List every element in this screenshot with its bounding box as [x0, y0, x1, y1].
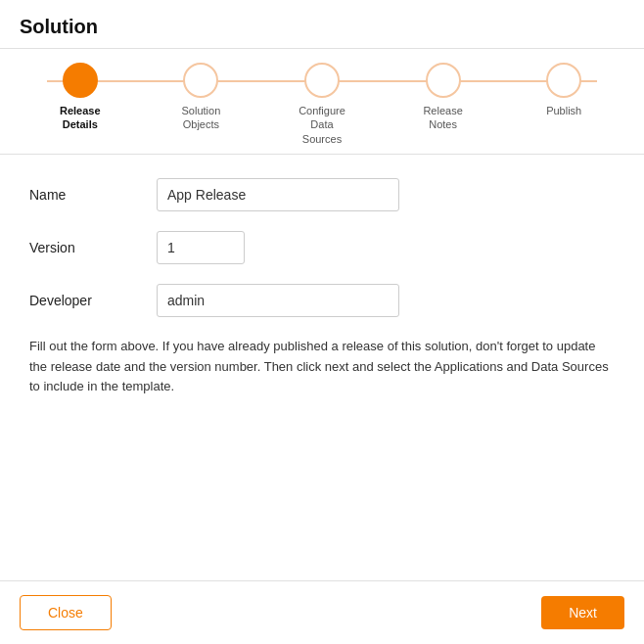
step-circle-release-details: [63, 63, 98, 98]
version-input[interactable]: [157, 231, 245, 264]
name-label: Name: [29, 187, 157, 203]
developer-input[interactable]: [157, 284, 399, 317]
step-release-notes[interactable]: ReleaseNotes: [383, 63, 504, 132]
step-solution-objects[interactable]: SolutionObjects: [141, 63, 262, 132]
step-circle-release-notes: [426, 63, 461, 98]
step-configure-data-sources[interactable]: ConfigureDataSources: [261, 63, 383, 146]
step-label-solution-objects: SolutionObjects: [182, 104, 221, 132]
version-label: Version: [29, 240, 157, 255]
step-label-publish: Publish: [546, 104, 581, 117]
step-circle-solution-objects: [183, 63, 218, 98]
step-release-details[interactable]: ReleaseDetails: [20, 63, 141, 132]
step-label-release-details: ReleaseDetails: [60, 104, 101, 132]
info-text: Fill out the form above. If you have alr…: [29, 337, 615, 397]
developer-row: Developer: [29, 284, 615, 317]
name-input[interactable]: [157, 178, 399, 211]
footer: Close Next: [0, 580, 644, 644]
version-row: Version: [29, 231, 615, 264]
next-button[interactable]: Next: [541, 596, 624, 629]
step-circle-publish: [546, 63, 581, 98]
developer-label: Developer: [29, 293, 157, 308]
step-publish[interactable]: Publish: [503, 63, 624, 117]
name-row: Name: [29, 178, 615, 211]
close-button[interactable]: Close: [20, 595, 112, 630]
main-content: Name Version Developer Fill out the form…: [0, 155, 644, 580]
step-label-configure-data-sources: ConfigureDataSources: [299, 104, 345, 146]
step-label-release-notes: ReleaseNotes: [423, 104, 462, 132]
page-title: Solution: [20, 16, 98, 37]
header: Solution: [0, 0, 644, 49]
step-circle-configure-data-sources: [304, 63, 340, 98]
stepper: ReleaseDetails SolutionObjects Configure…: [0, 49, 644, 155]
